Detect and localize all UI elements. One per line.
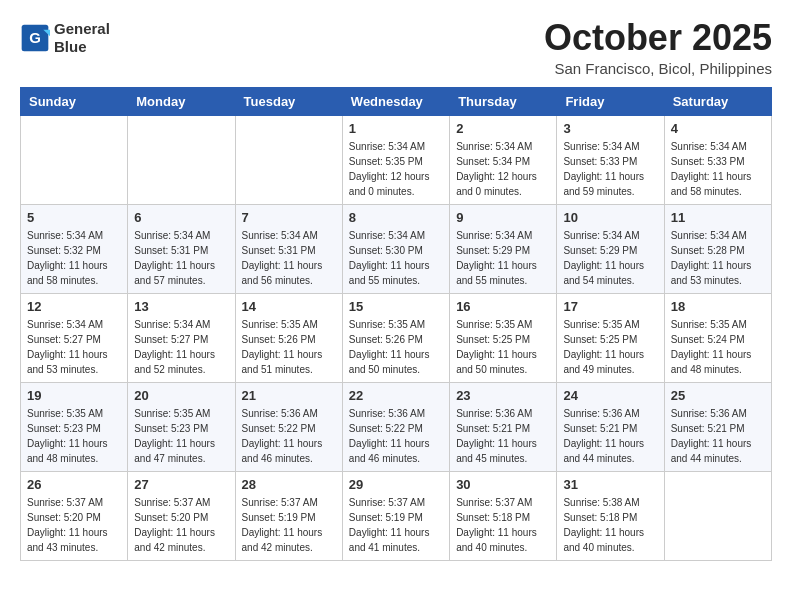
day-cell: 12Sunrise: 5:34 AM Sunset: 5:27 PM Dayli… — [21, 294, 128, 383]
day-cell — [664, 472, 771, 561]
day-cell: 27Sunrise: 5:37 AM Sunset: 5:20 PM Dayli… — [128, 472, 235, 561]
day-number: 8 — [349, 210, 443, 225]
day-cell: 23Sunrise: 5:36 AM Sunset: 5:21 PM Dayli… — [450, 383, 557, 472]
calendar-table: SundayMondayTuesdayWednesdayThursdayFrid… — [20, 87, 772, 561]
day-info: Sunrise: 5:34 AM Sunset: 5:30 PM Dayligh… — [349, 228, 443, 288]
day-info: Sunrise: 5:35 AM Sunset: 5:25 PM Dayligh… — [456, 317, 550, 377]
day-cell: 28Sunrise: 5:37 AM Sunset: 5:19 PM Dayli… — [235, 472, 342, 561]
week-row-4: 19Sunrise: 5:35 AM Sunset: 5:23 PM Dayli… — [21, 383, 772, 472]
day-cell: 5Sunrise: 5:34 AM Sunset: 5:32 PM Daylig… — [21, 205, 128, 294]
logo-icon: G — [20, 23, 50, 53]
day-number: 16 — [456, 299, 550, 314]
day-cell: 8Sunrise: 5:34 AM Sunset: 5:30 PM Daylig… — [342, 205, 449, 294]
logo: G General Blue — [20, 20, 110, 56]
day-cell: 24Sunrise: 5:36 AM Sunset: 5:21 PM Dayli… — [557, 383, 664, 472]
day-info: Sunrise: 5:35 AM Sunset: 5:26 PM Dayligh… — [242, 317, 336, 377]
day-number: 18 — [671, 299, 765, 314]
day-info: Sunrise: 5:34 AM Sunset: 5:28 PM Dayligh… — [671, 228, 765, 288]
day-number: 22 — [349, 388, 443, 403]
location-title: San Francisco, Bicol, Philippines — [544, 60, 772, 77]
day-number: 12 — [27, 299, 121, 314]
day-info: Sunrise: 5:34 AM Sunset: 5:29 PM Dayligh… — [563, 228, 657, 288]
day-info: Sunrise: 5:34 AM Sunset: 5:32 PM Dayligh… — [27, 228, 121, 288]
day-info: Sunrise: 5:38 AM Sunset: 5:18 PM Dayligh… — [563, 495, 657, 555]
day-info: Sunrise: 5:37 AM Sunset: 5:19 PM Dayligh… — [242, 495, 336, 555]
day-cell: 18Sunrise: 5:35 AM Sunset: 5:24 PM Dayli… — [664, 294, 771, 383]
day-number: 9 — [456, 210, 550, 225]
day-info: Sunrise: 5:34 AM Sunset: 5:34 PM Dayligh… — [456, 139, 550, 199]
day-cell: 16Sunrise: 5:35 AM Sunset: 5:25 PM Dayli… — [450, 294, 557, 383]
day-number: 17 — [563, 299, 657, 314]
day-number: 25 — [671, 388, 765, 403]
day-header-saturday: Saturday — [664, 88, 771, 116]
day-number: 14 — [242, 299, 336, 314]
day-number: 19 — [27, 388, 121, 403]
day-number: 26 — [27, 477, 121, 492]
day-header-wednesday: Wednesday — [342, 88, 449, 116]
day-number: 23 — [456, 388, 550, 403]
day-cell: 30Sunrise: 5:37 AM Sunset: 5:18 PM Dayli… — [450, 472, 557, 561]
day-header-tuesday: Tuesday — [235, 88, 342, 116]
day-info: Sunrise: 5:37 AM Sunset: 5:19 PM Dayligh… — [349, 495, 443, 555]
day-info: Sunrise: 5:36 AM Sunset: 5:21 PM Dayligh… — [563, 406, 657, 466]
day-cell: 3Sunrise: 5:34 AM Sunset: 5:33 PM Daylig… — [557, 116, 664, 205]
title-area: October 2025 San Francisco, Bicol, Phili… — [544, 20, 772, 77]
day-cell: 20Sunrise: 5:35 AM Sunset: 5:23 PM Dayli… — [128, 383, 235, 472]
week-row-2: 5Sunrise: 5:34 AM Sunset: 5:32 PM Daylig… — [21, 205, 772, 294]
day-info: Sunrise: 5:34 AM Sunset: 5:31 PM Dayligh… — [242, 228, 336, 288]
day-cell: 4Sunrise: 5:34 AM Sunset: 5:33 PM Daylig… — [664, 116, 771, 205]
day-info: Sunrise: 5:34 AM Sunset: 5:33 PM Dayligh… — [671, 139, 765, 199]
day-info: Sunrise: 5:34 AM Sunset: 5:27 PM Dayligh… — [27, 317, 121, 377]
day-info: Sunrise: 5:35 AM Sunset: 5:24 PM Dayligh… — [671, 317, 765, 377]
day-info: Sunrise: 5:36 AM Sunset: 5:21 PM Dayligh… — [671, 406, 765, 466]
header: G General Blue October 2025 San Francisc… — [20, 20, 772, 77]
day-cell: 15Sunrise: 5:35 AM Sunset: 5:26 PM Dayli… — [342, 294, 449, 383]
day-number: 5 — [27, 210, 121, 225]
day-number: 15 — [349, 299, 443, 314]
day-info: Sunrise: 5:37 AM Sunset: 5:20 PM Dayligh… — [27, 495, 121, 555]
day-number: 28 — [242, 477, 336, 492]
day-header-sunday: Sunday — [21, 88, 128, 116]
day-info: Sunrise: 5:34 AM Sunset: 5:27 PM Dayligh… — [134, 317, 228, 377]
day-info: Sunrise: 5:34 AM Sunset: 5:35 PM Dayligh… — [349, 139, 443, 199]
day-number: 7 — [242, 210, 336, 225]
day-number: 2 — [456, 121, 550, 136]
day-cell — [128, 116, 235, 205]
day-number: 4 — [671, 121, 765, 136]
day-cell: 2Sunrise: 5:34 AM Sunset: 5:34 PM Daylig… — [450, 116, 557, 205]
day-info: Sunrise: 5:35 AM Sunset: 5:23 PM Dayligh… — [134, 406, 228, 466]
header-row: SundayMondayTuesdayWednesdayThursdayFrid… — [21, 88, 772, 116]
day-info: Sunrise: 5:35 AM Sunset: 5:25 PM Dayligh… — [563, 317, 657, 377]
month-title: October 2025 — [544, 20, 772, 56]
day-cell: 17Sunrise: 5:35 AM Sunset: 5:25 PM Dayli… — [557, 294, 664, 383]
day-number: 30 — [456, 477, 550, 492]
day-cell: 13Sunrise: 5:34 AM Sunset: 5:27 PM Dayli… — [128, 294, 235, 383]
day-cell: 1Sunrise: 5:34 AM Sunset: 5:35 PM Daylig… — [342, 116, 449, 205]
day-number: 27 — [134, 477, 228, 492]
day-cell — [235, 116, 342, 205]
day-info: Sunrise: 5:35 AM Sunset: 5:23 PM Dayligh… — [27, 406, 121, 466]
day-cell: 31Sunrise: 5:38 AM Sunset: 5:18 PM Dayli… — [557, 472, 664, 561]
day-cell: 7Sunrise: 5:34 AM Sunset: 5:31 PM Daylig… — [235, 205, 342, 294]
day-cell: 29Sunrise: 5:37 AM Sunset: 5:19 PM Dayli… — [342, 472, 449, 561]
day-number: 21 — [242, 388, 336, 403]
day-cell: 21Sunrise: 5:36 AM Sunset: 5:22 PM Dayli… — [235, 383, 342, 472]
week-row-5: 26Sunrise: 5:37 AM Sunset: 5:20 PM Dayli… — [21, 472, 772, 561]
week-row-3: 12Sunrise: 5:34 AM Sunset: 5:27 PM Dayli… — [21, 294, 772, 383]
day-cell: 9Sunrise: 5:34 AM Sunset: 5:29 PM Daylig… — [450, 205, 557, 294]
day-cell: 10Sunrise: 5:34 AM Sunset: 5:29 PM Dayli… — [557, 205, 664, 294]
day-cell: 25Sunrise: 5:36 AM Sunset: 5:21 PM Dayli… — [664, 383, 771, 472]
day-info: Sunrise: 5:37 AM Sunset: 5:20 PM Dayligh… — [134, 495, 228, 555]
day-number: 11 — [671, 210, 765, 225]
day-number: 1 — [349, 121, 443, 136]
day-cell: 19Sunrise: 5:35 AM Sunset: 5:23 PM Dayli… — [21, 383, 128, 472]
day-info: Sunrise: 5:36 AM Sunset: 5:22 PM Dayligh… — [349, 406, 443, 466]
day-number: 24 — [563, 388, 657, 403]
day-number: 3 — [563, 121, 657, 136]
day-cell: 26Sunrise: 5:37 AM Sunset: 5:20 PM Dayli… — [21, 472, 128, 561]
day-info: Sunrise: 5:36 AM Sunset: 5:22 PM Dayligh… — [242, 406, 336, 466]
day-cell — [21, 116, 128, 205]
day-number: 10 — [563, 210, 657, 225]
day-info: Sunrise: 5:34 AM Sunset: 5:33 PM Dayligh… — [563, 139, 657, 199]
day-info: Sunrise: 5:35 AM Sunset: 5:26 PM Dayligh… — [349, 317, 443, 377]
